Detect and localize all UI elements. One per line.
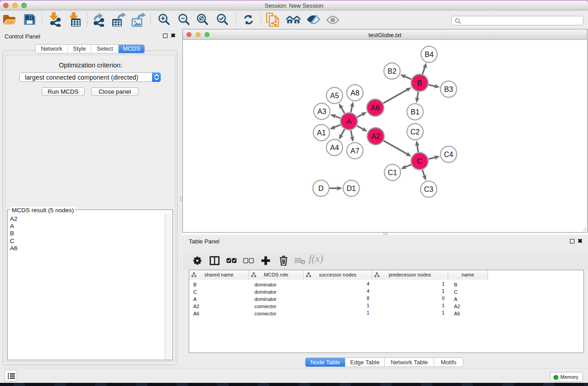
svg-text:C4: C4 <box>444 151 454 158</box>
svg-text:C2: C2 <box>411 128 420 136</box>
svg-text:A1: A1 <box>317 129 326 137</box>
svg-text:B3: B3 <box>444 86 453 93</box>
svg-text:B: B <box>417 79 422 87</box>
svg-text:A3: A3 <box>317 108 326 115</box>
svg-text:C: C <box>417 157 422 165</box>
svg-text:B4: B4 <box>425 51 434 58</box>
svg-text:D: D <box>318 185 324 192</box>
svg-text:A4: A4 <box>330 144 339 152</box>
svg-text:B2: B2 <box>387 67 397 75</box>
svg-text:C3: C3 <box>424 186 434 193</box>
svg-text:A8: A8 <box>350 89 359 97</box>
svg-text:A6: A6 <box>371 104 380 112</box>
svg-text:D1: D1 <box>347 185 356 192</box>
svg-text:A2: A2 <box>371 133 380 140</box>
svg-text:A: A <box>347 118 352 125</box>
svg-text:B1: B1 <box>411 108 420 116</box>
svg-text:A5: A5 <box>330 92 339 100</box>
svg-text:A7: A7 <box>350 147 359 155</box>
svg-text:C1: C1 <box>388 169 397 176</box>
